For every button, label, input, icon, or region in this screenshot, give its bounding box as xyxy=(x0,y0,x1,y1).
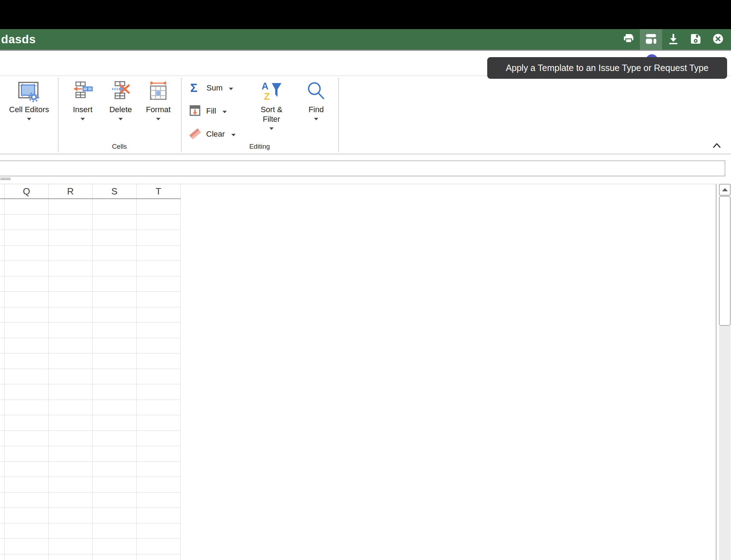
grid-cell[interactable] xyxy=(49,307,93,323)
grid-cell[interactable] xyxy=(137,246,181,261)
grid-cell[interactable] xyxy=(49,323,93,338)
grid-cell[interactable] xyxy=(0,554,5,560)
grid-cell[interactable] xyxy=(137,539,181,554)
grid-cell[interactable] xyxy=(137,230,181,245)
print-button[interactable] xyxy=(617,29,640,50)
grid-cell[interactable] xyxy=(137,338,181,353)
grid-cell[interactable] xyxy=(93,415,137,430)
grid-cell[interactable] xyxy=(137,477,181,492)
grid-cell[interactable] xyxy=(5,477,49,492)
save-button[interactable] xyxy=(685,29,707,50)
grid-cell[interactable] xyxy=(93,554,137,560)
grid-cell[interactable] xyxy=(49,292,93,307)
grid-cell[interactable] xyxy=(137,199,181,214)
grid-cell[interactable] xyxy=(0,431,5,446)
grid-cell[interactable] xyxy=(137,523,181,539)
grid-cell[interactable] xyxy=(5,384,49,400)
grid-cell[interactable] xyxy=(5,493,49,508)
grid-cell[interactable] xyxy=(5,307,49,323)
grid-cell[interactable] xyxy=(0,462,5,477)
grid-cell[interactable] xyxy=(93,353,137,369)
grid-cell[interactable] xyxy=(5,462,49,477)
grid-cell[interactable] xyxy=(5,523,49,539)
grid-cell[interactable] xyxy=(5,369,49,384)
grid-cell[interactable] xyxy=(49,431,93,446)
column-header[interactable]: T xyxy=(137,184,181,198)
grid-cell[interactable] xyxy=(93,307,137,323)
grid-cell[interactable] xyxy=(0,446,5,461)
grid-cell[interactable] xyxy=(93,369,137,384)
delete-button[interactable]: Delete xyxy=(104,81,138,120)
grid-cell[interactable] xyxy=(93,261,137,276)
grid-cell[interactable] xyxy=(49,539,93,554)
grid-cell[interactable] xyxy=(137,323,181,338)
scrollbar-track[interactable] xyxy=(719,326,731,560)
grid-cell[interactable] xyxy=(49,369,93,384)
insert-button[interactable]: Insert xyxy=(66,81,100,120)
grid-cell[interactable] xyxy=(5,554,49,560)
grid-cell[interactable] xyxy=(49,353,93,369)
grid-cell[interactable] xyxy=(93,338,137,353)
grid-cell[interactable] xyxy=(5,338,49,353)
grid-cell[interactable] xyxy=(0,493,5,508)
grid-cell[interactable] xyxy=(49,276,93,292)
cell-editors-button[interactable]: Cell Editors xyxy=(3,81,55,120)
grid-cell[interactable] xyxy=(0,369,5,384)
grid-cell[interactable] xyxy=(93,230,137,245)
grid-cell[interactable] xyxy=(49,554,93,560)
grid-cell[interactable] xyxy=(5,276,49,292)
grid-cell[interactable] xyxy=(5,199,49,214)
grid-cell[interactable] xyxy=(49,415,93,430)
grid-cell[interactable] xyxy=(0,508,5,523)
grid-cell[interactable] xyxy=(93,462,137,477)
grid-cell[interactable] xyxy=(49,523,93,539)
grid-cell[interactable] xyxy=(137,307,181,323)
grid-cell[interactable] xyxy=(5,353,49,369)
grid-cell[interactable] xyxy=(0,199,5,214)
grid-cell[interactable] xyxy=(0,292,5,307)
scroll-up-button[interactable] xyxy=(719,184,731,196)
format-button[interactable]: Format xyxy=(141,81,175,120)
grid-cell[interactable] xyxy=(49,446,93,461)
grid-cell[interactable] xyxy=(137,431,181,446)
scrollbar-thumb[interactable] xyxy=(719,196,731,326)
formula-bar-input[interactable] xyxy=(0,160,725,176)
grid-cell[interactable] xyxy=(49,338,93,353)
grid-cell[interactable] xyxy=(49,246,93,261)
grid-cell[interactable] xyxy=(0,246,5,261)
grid-cell[interactable] xyxy=(93,384,137,400)
grid-cell[interactable] xyxy=(49,384,93,400)
grid-cell[interactable] xyxy=(5,323,49,338)
grid-cell[interactable] xyxy=(0,384,5,400)
grid-cell[interactable] xyxy=(93,508,137,523)
grid-cell[interactable] xyxy=(49,477,93,492)
grid-cell[interactable] xyxy=(93,539,137,554)
grid-cell[interactable] xyxy=(93,431,137,446)
grid-cell[interactable] xyxy=(137,493,181,508)
grid-cell[interactable] xyxy=(49,400,93,415)
grid-cell[interactable] xyxy=(93,276,137,292)
grid-cell[interactable] xyxy=(0,323,5,338)
grid-cell[interactable] xyxy=(5,539,49,554)
grid-cell[interactable] xyxy=(0,477,5,492)
grid-cell[interactable] xyxy=(5,261,49,276)
close-button[interactable] xyxy=(707,29,729,50)
grid-cell[interactable] xyxy=(0,261,5,276)
grid-cell[interactable] xyxy=(0,276,5,292)
grid-cell[interactable] xyxy=(0,338,5,353)
grid-cell[interactable] xyxy=(93,477,137,492)
grid-cell[interactable] xyxy=(0,400,5,415)
grid-cell[interactable] xyxy=(137,508,181,523)
grid-cell[interactable] xyxy=(49,462,93,477)
grid-cell[interactable] xyxy=(93,400,137,415)
clear-button[interactable]: Clear xyxy=(189,126,236,142)
grid-cell[interactable] xyxy=(93,292,137,307)
grid-cell[interactable] xyxy=(137,554,181,560)
grid-resize-handle[interactable] xyxy=(0,177,11,180)
grid-cell[interactable] xyxy=(49,493,93,508)
grid-cell[interactable] xyxy=(137,384,181,400)
grid-cell[interactable] xyxy=(137,353,181,369)
grid-cell[interactable] xyxy=(5,415,49,430)
grid-cell[interactable] xyxy=(49,199,93,214)
grid-cell[interactable] xyxy=(0,230,5,245)
